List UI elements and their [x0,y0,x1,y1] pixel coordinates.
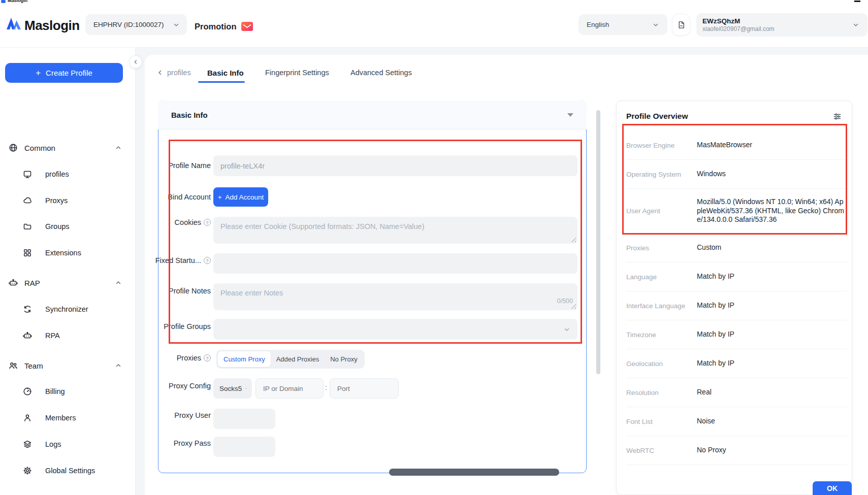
chevron-down-icon [852,21,859,28]
chevron-up-icon [115,144,122,151]
sidebar-item-global-settings[interactable]: Global Settings [0,463,136,478]
user-account-menu[interactable]: EWzSQhzM xiaofei020907@gmail.com [696,13,867,37]
add-account-button[interactable]: + Add Account [213,187,268,207]
maslogin-logo-icon [6,16,21,30]
bind-account-label: Bind Account [150,192,211,202]
chevron-down-icon [563,326,570,333]
item-label: Members [45,414,76,422]
layers-icon [23,440,32,449]
promotion-link[interactable]: Promotion [195,21,253,32]
window-titlebar-fragment: Maslogin [0,0,868,4]
profile-overview-title: Profile Overview [626,112,688,121]
workspace-selector-value: EHPHRV (ID:1000027) [93,21,164,28]
item-label: Extensions [45,249,81,257]
overview-row-interface-language: Interface LanguageMatch by IP [626,291,847,320]
cookies-label: Cookies? [150,217,211,227]
proxy-pass-input[interactable] [213,437,275,457]
chevron-down-icon [652,21,659,28]
fixed-startup-input[interactable] [213,253,577,274]
sidebar-item-synchronizer[interactable]: Synchronizer [0,302,136,317]
profile-groups-select[interactable] [213,319,577,340]
item-label: Proxys [45,196,68,205]
sidebar-item-billing[interactable]: Billing [0,384,136,399]
breadcrumb-back[interactable]: profiles [156,67,191,79]
app-window: Maslogin Maslogin EHPHRV (ID:1000027) Pr… [0,0,868,495]
sidebar-item-groups[interactable]: Groups [0,219,136,234]
cookies-textarea[interactable] [213,217,577,244]
monitor-icon [23,170,32,179]
overview-row-language: LanguageMatch by IP [626,262,847,291]
breadcrumb-label: profiles [167,69,191,77]
help-icon[interactable]: ? [204,219,211,226]
overview-row-webrtc: WebRTCNo Proxy [626,436,847,465]
overview-row-timezone: TimezoneMatch by IP [626,320,847,349]
profile-name-input[interactable] [213,155,577,176]
plus-icon: + [218,193,222,201]
notes-char-counter: 0/500 [528,298,573,305]
sidebar-item-rpa[interactable]: RPA [0,328,136,343]
tab-basic-info[interactable]: Basic Info [207,67,244,79]
help-icon[interactable]: ? [204,257,211,264]
chevron-up-icon [115,362,122,369]
language-selector[interactable]: English [578,14,667,35]
robot-icon [23,331,32,340]
chevron-down-icon [173,21,180,28]
grid-icon [23,248,32,257]
robot-icon [9,278,18,287]
create-profile-label: Create Profile [46,69,92,77]
proxy-ip-input[interactable] [255,378,324,399]
docs-button[interactable] [672,14,690,36]
overview-row-font-list: Font ListNoise [626,407,847,436]
language-selector-value: English [587,21,609,28]
profile-name-label: Profile Name [150,160,211,171]
gauge-icon [23,387,32,396]
item-label: profiles [45,170,69,178]
proxy-pass-label: Proxy Pass [150,438,211,448]
brand-name: Maslogin [24,18,80,34]
chevron-left-icon [133,59,139,65]
sidebar-item-members[interactable]: Members [0,410,136,425]
overview-settings-icon[interactable] [833,112,842,123]
tab-fingerprint-settings[interactable]: Fingerprint Settings [265,67,329,79]
sidebar-section-rap[interactable]: RAP [0,275,136,290]
tab-advanced-settings[interactable]: Advanced Settings [350,67,412,79]
item-label: Groups [45,222,70,230]
ok-button[interactable]: OK [813,481,852,495]
sidebar-item-logs[interactable]: Logs [0,437,136,452]
chevron-left-icon [156,69,164,76]
sidebar-section-team[interactable]: Team [0,358,136,373]
proxy-protocol-select[interactable]: Socks5 [213,378,252,399]
proxies-option-custom-proxy[interactable]: Custom Proxy [218,351,271,367]
help-icon[interactable]: ? [204,354,211,361]
window-title: Maslogin [8,0,27,3]
minimize-icon[interactable] [854,1,860,2]
folder-icon [23,222,32,231]
create-profile-button[interactable]: + Create Profile [5,63,123,83]
user-name: EWzSQhzM [702,17,775,25]
sidebar-item-subscription-purchase[interactable]: Subscription Purchase [0,492,136,495]
main-scrollbar-thumb[interactable] [596,110,600,374]
proxy-user-label: Proxy User [150,410,211,420]
proxies-segmented-control: Custom Proxy Added Proxies No Proxy [216,350,365,369]
fixed-startup-label: Fixed Startu...? [150,255,211,266]
sidebar-section-common[interactable]: Common [0,140,136,155]
item-label: Billing [45,387,65,395]
sidebar-item-profiles[interactable]: profiles [0,167,136,182]
overview-row-operating-system: Operating SystemWindows [626,160,847,189]
profile-notes-textarea[interactable] [213,283,577,310]
proxy-user-input[interactable] [213,409,275,429]
workspace-selector[interactable]: EHPHRV (ID:1000027) [85,14,187,35]
user-email: xiaofei020907@gmail.com [702,25,775,32]
sidebar-item-extensions[interactable]: Extensions [0,245,136,260]
proxies-option-no-proxy[interactable]: No Proxy [325,351,363,367]
ip-port-separator: : [324,383,329,391]
active-tab-underline [198,81,245,83]
cloud-icon [23,196,32,205]
basic-info-card-header[interactable]: Basic Info [158,101,587,129]
item-label: Logs [45,440,61,448]
proxy-port-input[interactable] [330,378,399,399]
sidebar-collapse-button[interactable] [129,55,142,69]
proxies-option-added-proxies[interactable]: Added Proxies [271,351,325,367]
profile-notes-label: Profile Notes [150,286,211,296]
sidebar-item-proxys[interactable]: Proxys [0,193,136,208]
